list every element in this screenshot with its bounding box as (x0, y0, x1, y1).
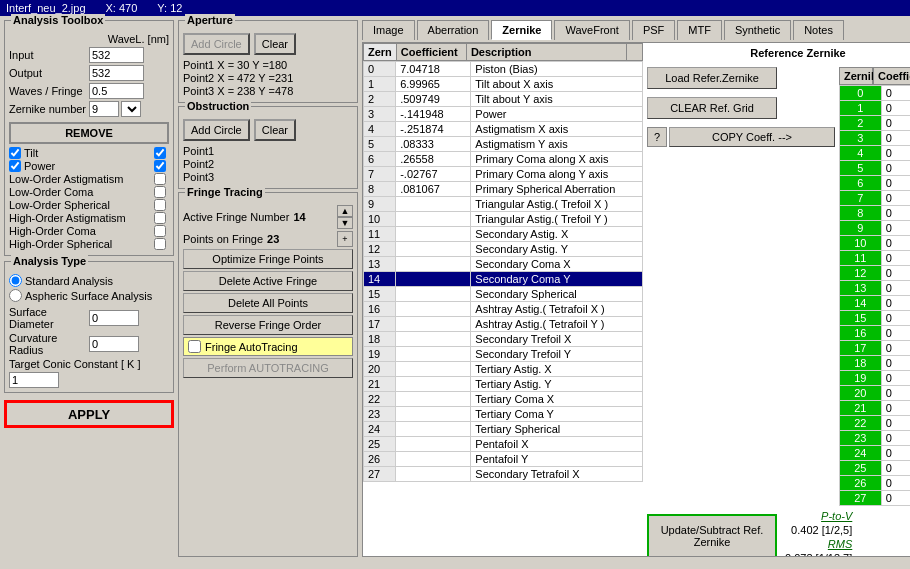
table-row[interactable]: 20 Tertiary Astig. X (364, 362, 643, 377)
table-row[interactable]: 8 .081067 Primary Spherical Aberration (364, 182, 643, 197)
aspheric-radio[interactable] (9, 289, 22, 302)
obstruction-add-circle-button[interactable]: Add Circle (183, 119, 250, 141)
table-row[interactable]: 12 Secondary Astig. Y (364, 242, 643, 257)
output-label: Output (9, 67, 89, 79)
table-row[interactable]: 21 Tertiary Astig. Y (364, 377, 643, 392)
ref-table-row: 4 0 (840, 146, 911, 161)
fringe-down-button[interactable]: ▼ (337, 217, 353, 229)
zernike-number-field[interactable] (89, 101, 119, 117)
ref-table-row: 24 0 (840, 446, 911, 461)
table-row[interactable]: 1 6.99965 Tilt about X axis (364, 77, 643, 92)
ref-table-scroll[interactable]: 0 0 1 0 2 0 3 0 4 0 5 0 6 0 7 0 8 0 9 0 … (839, 85, 910, 506)
rms-value: 0.073 [1/13,7] (785, 552, 852, 556)
load-ref-zernike-button[interactable]: Load Refer.Zernike (647, 67, 777, 89)
surface-diam-field[interactable] (89, 310, 139, 326)
apply-button[interactable]: APPLY (4, 400, 174, 428)
high-astig-checkbox[interactable] (154, 212, 166, 224)
table-row[interactable]: 3 -.141948 Power (364, 107, 643, 122)
delete-all-points-button[interactable]: Delete All Points (183, 293, 353, 313)
low-coma-checkbox[interactable] (154, 186, 166, 198)
tab-synthetic[interactable]: Synthetic (724, 20, 791, 40)
table-row[interactable]: 13 Secondary Coma X (364, 257, 643, 272)
tab-image[interactable]: Image (362, 20, 415, 40)
power-check2[interactable] (154, 160, 166, 172)
aperture-point2: Point2 X = 472 Y =231 (183, 72, 353, 84)
low-coma-label: Low-Order Coma (9, 186, 154, 198)
standard-radio[interactable] (9, 274, 22, 287)
zernike-number-label: Zernike number (9, 103, 89, 115)
add-point-button[interactable]: + (337, 231, 353, 247)
power-checkbox[interactable] (9, 160, 21, 172)
obstruction-clear-button[interactable]: Clear (254, 119, 296, 141)
high-astig-label: High-Order Astigmatism (9, 212, 154, 224)
aspheric-label: Aspheric Surface Analysis (25, 290, 152, 302)
zernike-number-select[interactable] (121, 101, 141, 117)
table-row[interactable]: 24 Tertiary Spherical (364, 422, 643, 437)
clear-ref-grid-button[interactable]: CLEAR Ref. Grid (647, 97, 777, 119)
standard-label: Standard Analysis (25, 275, 113, 287)
tab-aberration[interactable]: Aberration (417, 20, 490, 40)
waves-fringe-field[interactable] (89, 83, 144, 99)
delete-active-fringe-button[interactable]: Delete Active Fringe (183, 271, 353, 291)
tab-notes[interactable]: Notes (793, 20, 844, 40)
table-row[interactable]: 16 Ashtray Astig.( Tetrafoil X ) (364, 302, 643, 317)
table-row[interactable]: 19 Secondary Trefoil Y (364, 347, 643, 362)
tab-wavefront[interactable]: WaveFront (554, 20, 629, 40)
points-fringe-label: Points on Fringe (183, 233, 263, 245)
low-sph-checkbox[interactable] (154, 199, 166, 211)
table-row[interactable]: 5 .08333 Astigmatism Y axis (364, 137, 643, 152)
table-row[interactable]: 26 Pentafoil Y (364, 452, 643, 467)
high-sph-checkbox[interactable] (154, 238, 166, 250)
table-row[interactable]: 15 Secondary Spherical (364, 287, 643, 302)
tab-psf[interactable]: PSF (632, 20, 675, 40)
add-circle-button[interactable]: Add Circle (183, 33, 250, 55)
table-row[interactable]: 23 Tertiary Coma Y (364, 407, 643, 422)
table-row[interactable]: 17 Ashtray Astig.( Tetrafoil Y ) (364, 317, 643, 332)
remove-button[interactable]: REMOVE (9, 122, 169, 144)
curvature-field[interactable] (89, 336, 139, 352)
table-row[interactable]: 6 .26558 Primary Coma along X axis (364, 152, 643, 167)
table-row[interactable]: 14 Secondary Coma Y (364, 272, 643, 287)
obstruction-box: Obstruction Add Circle Clear Point1 Poin… (178, 106, 358, 189)
low-astig-checkbox[interactable] (154, 173, 166, 185)
zernike-table-scroll[interactable]: 0 7.04718 Piston (Bias) 1 6.99965 Tilt a… (363, 61, 643, 556)
ref-table-row: 1 0 (840, 101, 911, 116)
ref-table-row: 5 0 (840, 161, 911, 176)
stats-area: P-to-V 0.402 [1/2,5] RMS 0.073 [1/13,7] (785, 510, 852, 556)
ref-table-row: 20 0 (840, 386, 911, 401)
table-row[interactable]: 22 Tertiary Coma X (364, 392, 643, 407)
copy-coeff-button[interactable]: COPY Coeff. --> (669, 127, 835, 147)
curvature-label: Curvature Radius (9, 332, 89, 356)
table-row[interactable]: 25 Pentafoil X (364, 437, 643, 452)
tab-mtf[interactable]: MTF (677, 20, 722, 40)
ref-table-row: 8 0 (840, 206, 911, 221)
table-row[interactable]: 10 Triangular Astig.( Trefoil Y ) (364, 212, 643, 227)
table-row[interactable]: 11 Secondary Astig. X (364, 227, 643, 242)
obstruction-point3: Point3 (183, 171, 353, 183)
target-conic-field[interactable] (9, 372, 59, 388)
table-row[interactable]: 18 Secondary Trefoil X (364, 332, 643, 347)
question-button[interactable]: ? (647, 127, 667, 147)
table-row[interactable]: 0 7.04718 Piston (Bias) (364, 62, 643, 77)
input-field[interactable] (89, 47, 144, 63)
update-subtract-button[interactable]: Update/Subtract Ref. Zernike (647, 514, 777, 556)
table-row[interactable]: 7 -.02767 Primary Coma along Y axis (364, 167, 643, 182)
tab-zernike[interactable]: Zernike (491, 20, 552, 40)
table-row[interactable]: 2 .509749 Tilt about Y axis (364, 92, 643, 107)
ref-table-row: 9 0 (840, 221, 911, 236)
high-coma-checkbox[interactable] (154, 225, 166, 237)
main-container: Analysis Toolbox WaveL. [nm] Input Outpu… (0, 16, 910, 561)
clear-button[interactable]: Clear (254, 33, 296, 55)
table-row[interactable]: 27 Secondary Tetrafoil X (364, 467, 643, 482)
waves-fringe-label: Waves / Fringe (9, 85, 89, 97)
ref-table-row: 22 0 (840, 416, 911, 431)
reverse-fringe-button[interactable]: Reverse Fringe Order (183, 315, 353, 335)
table-row[interactable]: 4 -.251874 Astigmatism X axis (364, 122, 643, 137)
autotracing-checkbox[interactable] (188, 340, 201, 353)
fringe-up-button[interactable]: ▲ (337, 205, 353, 217)
output-field[interactable] (89, 65, 144, 81)
tilt-checkbox[interactable] (9, 147, 21, 159)
optimize-fringe-button[interactable]: Optimize Fringe Points (183, 249, 353, 269)
tilt-check2[interactable] (154, 147, 166, 159)
table-row[interactable]: 9 Triangular Astig.( Trefoil X ) (364, 197, 643, 212)
